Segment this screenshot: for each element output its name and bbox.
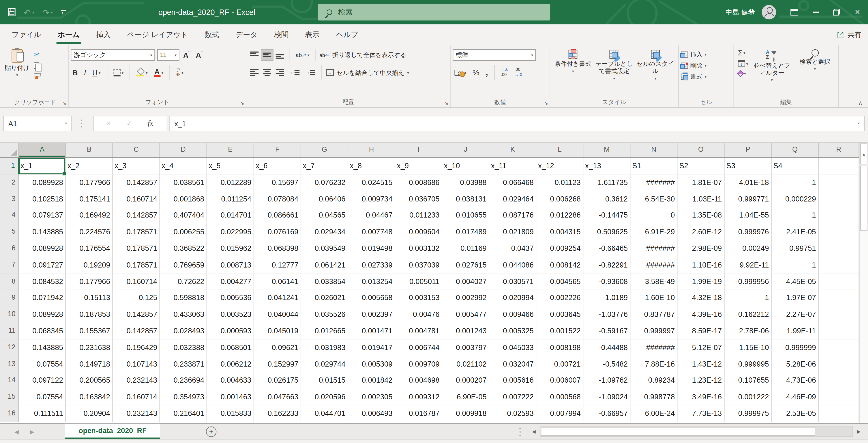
cell-P2[interactable]: 4.01E-18 bbox=[725, 174, 772, 191]
cell-G15[interactable]: 0.020596 bbox=[301, 389, 348, 406]
cell-C3[interactable]: 0.160714 bbox=[113, 191, 160, 208]
scroll-left-icon[interactable] bbox=[529, 426, 539, 437]
cell-L6[interactable]: 0.009254 bbox=[536, 240, 583, 257]
cell-I1[interactable]: x_9 bbox=[395, 158, 442, 175]
cell-L9[interactable]: 0.002226 bbox=[536, 290, 583, 307]
cell-E12[interactable]: 0.068501 bbox=[207, 339, 254, 356]
cell-M1[interactable]: x_13 bbox=[583, 158, 630, 175]
row-header-2[interactable]: 2 bbox=[0, 174, 19, 191]
cell-M4[interactable]: -0.14475 bbox=[583, 207, 630, 224]
scroll-right-icon[interactable] bbox=[854, 426, 864, 437]
cell-K15[interactable]: 0.007222 bbox=[489, 389, 536, 406]
cell-B3[interactable]: 0.175141 bbox=[66, 191, 113, 208]
accounting-format-button[interactable]: ▾ bbox=[453, 68, 468, 77]
cell-Q3[interactable]: 0.000229 bbox=[772, 191, 819, 208]
cell-Q2[interactable]: 1 bbox=[772, 174, 819, 191]
cell-O10[interactable]: 4.39E-16 bbox=[678, 306, 725, 323]
cell-Q13[interactable]: 5.28E-06 bbox=[772, 356, 819, 373]
cell-R5[interactable] bbox=[819, 224, 859, 241]
column-header-C[interactable]: C bbox=[113, 143, 160, 157]
row-header-9[interactable]: 9 bbox=[0, 290, 19, 307]
cell-J1[interactable]: x_10 bbox=[442, 158, 489, 175]
cell-D11[interactable]: 0.028493 bbox=[160, 323, 207, 340]
cell-G11[interactable]: 0.012665 bbox=[301, 323, 348, 340]
cell-Q10[interactable]: 2.27E-07 bbox=[772, 306, 819, 323]
cell-F12[interactable]: 0.09621 bbox=[254, 339, 301, 356]
horizontal-scroll-track[interactable] bbox=[540, 426, 853, 437]
cell-C5[interactable]: 0.178571 bbox=[113, 224, 160, 241]
cell-J13[interactable]: 0.021102 bbox=[442, 356, 489, 373]
font-size-select[interactable]: 11 ▾ bbox=[157, 49, 180, 61]
customize-qat-button[interactable] bbox=[61, 10, 66, 14]
cell-L1[interactable]: x_12 bbox=[536, 158, 583, 175]
cell-M3[interactable]: 0.3612 bbox=[583, 191, 630, 208]
column-header-R[interactable]: R bbox=[819, 143, 859, 157]
cell-D7[interactable]: 0.769659 bbox=[160, 257, 207, 274]
cell-E7[interactable]: 0.008713 bbox=[207, 257, 254, 274]
next-sheet-icon[interactable] bbox=[30, 423, 34, 439]
cell-P9[interactable]: 1 bbox=[725, 290, 772, 307]
cell-B15[interactable]: 0.163842 bbox=[66, 389, 113, 406]
cell-F5[interactable]: 0.076169 bbox=[254, 224, 301, 241]
cell-A11[interactable]: 0.068345 bbox=[19, 323, 66, 340]
cell-C16[interactable]: 0.232143 bbox=[113, 406, 160, 422]
cell-E1[interactable]: x_5 bbox=[207, 158, 254, 175]
cell-E5[interactable]: 0.022995 bbox=[207, 224, 254, 241]
column-header-I[interactable]: I bbox=[395, 143, 442, 157]
cell-E8[interactable]: 0.004277 bbox=[207, 273, 254, 290]
cell-R4[interactable] bbox=[819, 207, 859, 224]
cell-M15[interactable]: -1.09024 bbox=[583, 389, 630, 406]
orientation-button[interactable]: ab▾ bbox=[294, 51, 311, 59]
row-header-4[interactable]: 4 bbox=[0, 207, 19, 224]
cell-I11[interactable]: 0.004781 bbox=[395, 323, 442, 340]
cell-Q8[interactable]: 4.45E-05 bbox=[772, 273, 819, 290]
cell-B1[interactable]: x_2 bbox=[66, 158, 113, 175]
align-center-button[interactable] bbox=[261, 67, 273, 78]
cell-I10[interactable]: 0.00476 bbox=[395, 306, 442, 323]
cell-O9[interactable]: 4.32E-18 bbox=[678, 290, 725, 307]
tab-help[interactable]: ヘルプ bbox=[328, 24, 366, 46]
cell-H3[interactable]: 0.009734 bbox=[348, 191, 395, 208]
cell-C2[interactable]: 0.142857 bbox=[113, 174, 160, 191]
tab-insert[interactable]: 挿入 bbox=[88, 24, 119, 46]
cell-N9[interactable]: 1.60E-10 bbox=[630, 290, 677, 307]
cell-J9[interactable]: 0.002992 bbox=[442, 290, 489, 307]
cell-J8[interactable]: 0.004027 bbox=[442, 273, 489, 290]
cell-F10[interactable]: 0.040044 bbox=[254, 306, 301, 323]
sort-filter-button[interactable]: AZ 並べ替えとフィルター ▾ bbox=[751, 48, 793, 82]
cell-H10[interactable]: 0.002397 bbox=[348, 306, 395, 323]
cell-F6[interactable]: 0.068398 bbox=[254, 240, 301, 257]
cell-I3[interactable]: 0.036705 bbox=[395, 191, 442, 208]
share-button[interactable]: 共有 bbox=[837, 24, 861, 46]
cell-P8[interactable]: 0.999956 bbox=[725, 273, 772, 290]
cell-P11[interactable]: 2.78E-06 bbox=[725, 323, 772, 340]
cell-I6[interactable]: 0.003132 bbox=[395, 240, 442, 257]
align-right-button[interactable] bbox=[274, 67, 285, 78]
cell-D2[interactable]: 0.038561 bbox=[160, 174, 207, 191]
insert-function-button[interactable]: fx bbox=[148, 119, 153, 128]
cell-E16[interactable]: 0.015833 bbox=[207, 406, 254, 422]
cell-P3[interactable]: 0.999771 bbox=[725, 191, 772, 208]
cell-R16[interactable] bbox=[819, 406, 859, 422]
cell-D14[interactable]: 0.236694 bbox=[160, 373, 207, 389]
underline-button[interactable]: U▾ bbox=[91, 67, 102, 78]
cell-G12[interactable]: 0.031983 bbox=[301, 339, 348, 356]
cell-B16[interactable]: 0.20904 bbox=[66, 406, 113, 422]
row-header-5[interactable]: 5 bbox=[0, 224, 19, 241]
cell-J6[interactable]: 0.01169 bbox=[442, 240, 489, 257]
row-header-12[interactable]: 12 bbox=[0, 339, 19, 356]
cell-Q6[interactable]: 0.99751 bbox=[772, 240, 819, 257]
cell-A13[interactable]: 0.07554 bbox=[19, 356, 66, 373]
cell-C1[interactable]: x_3 bbox=[113, 158, 160, 175]
borders-button[interactable]: ▾ bbox=[112, 68, 125, 77]
cell-R6[interactable] bbox=[819, 240, 859, 257]
cell-O12[interactable]: 5.12E-07 bbox=[678, 339, 725, 356]
cell-E9[interactable]: 0.005536 bbox=[207, 290, 254, 307]
align-middle-button[interactable] bbox=[261, 50, 273, 60]
tab-data[interactable]: データ bbox=[227, 24, 266, 46]
cell-L4[interactable]: 0.012286 bbox=[536, 207, 583, 224]
cell-I7[interactable]: 0.037039 bbox=[395, 257, 442, 274]
decrease-font-button[interactable]: A bbox=[194, 49, 205, 61]
cell-N14[interactable]: 0.89234 bbox=[630, 373, 677, 389]
increase-decimal-button[interactable] bbox=[499, 67, 510, 79]
